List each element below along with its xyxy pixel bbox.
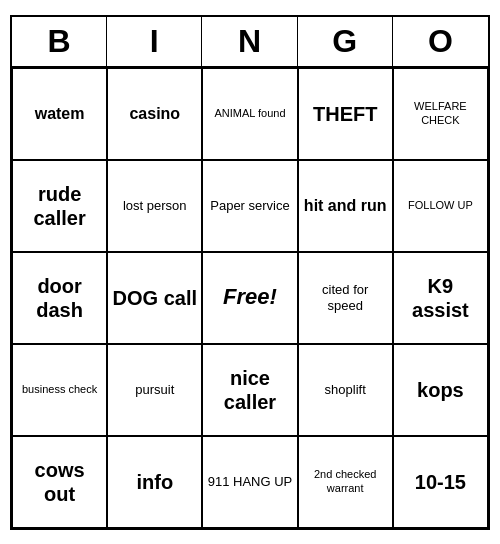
header-o: O <box>393 17 488 66</box>
cell-r2-c2[interactable]: Free! <box>202 252 297 344</box>
cell-r0-c2[interactable]: ANIMAL found <box>202 68 297 160</box>
cell-r0-c3[interactable]: THEFT <box>298 68 393 160</box>
cell-r1-c2[interactable]: Paper service <box>202 160 297 252</box>
header-i: I <box>107 17 202 66</box>
cell-r2-c3[interactable]: cited for speed <box>298 252 393 344</box>
cell-r4-c4[interactable]: 10-15 <box>393 436 488 528</box>
bingo-grid: watemcasinoANIMAL foundTHEFTWELFARE CHEC… <box>12 68 488 528</box>
cell-r1-c3[interactable]: hit and run <box>298 160 393 252</box>
cell-r3-c3[interactable]: shoplift <box>298 344 393 436</box>
bingo-header: B I N G O <box>12 17 488 68</box>
cell-r4-c0[interactable]: cows out <box>12 436 107 528</box>
cell-r0-c1[interactable]: casino <box>107 68 202 160</box>
cell-r2-c0[interactable]: door dash <box>12 252 107 344</box>
cell-r1-c4[interactable]: FOLLOW UP <box>393 160 488 252</box>
cell-r1-c1[interactable]: lost person <box>107 160 202 252</box>
cell-r3-c4[interactable]: kops <box>393 344 488 436</box>
cell-r0-c4[interactable]: WELFARE CHECK <box>393 68 488 160</box>
header-n: N <box>202 17 297 66</box>
cell-r2-c4[interactable]: K9 assist <box>393 252 488 344</box>
cell-r3-c2[interactable]: nice caller <box>202 344 297 436</box>
cell-r3-c1[interactable]: pursuit <box>107 344 202 436</box>
cell-r4-c2[interactable]: 911 HANG UP <box>202 436 297 528</box>
cell-r1-c0[interactable]: rude caller <box>12 160 107 252</box>
cell-r4-c1[interactable]: info <box>107 436 202 528</box>
cell-r4-c3[interactable]: 2nd checked warrant <box>298 436 393 528</box>
cell-r2-c1[interactable]: DOG call <box>107 252 202 344</box>
cell-r3-c0[interactable]: business check <box>12 344 107 436</box>
bingo-card: B I N G O watemcasinoANIMAL foundTHEFTWE… <box>10 15 490 530</box>
cell-r0-c0[interactable]: watem <box>12 68 107 160</box>
header-g: G <box>298 17 393 66</box>
header-b: B <box>12 17 107 66</box>
